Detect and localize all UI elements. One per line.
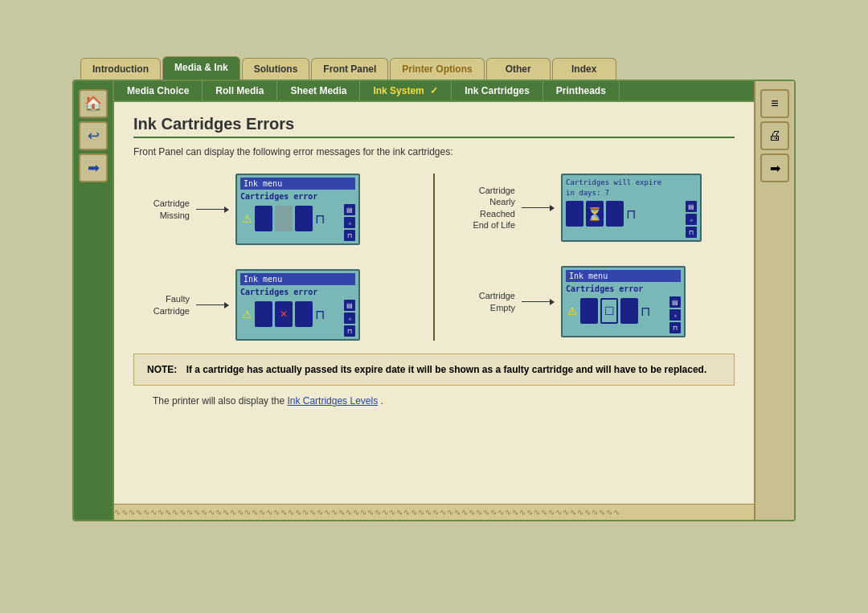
tab-front-panel[interactable]: Front Panel (311, 58, 388, 80)
cart-icon-3b: ☐ (600, 298, 618, 324)
content-inner: Ink Cartridges Errors Front Panel can di… (114, 102, 754, 504)
next-button[interactable]: ➡ (79, 153, 108, 182)
expire-cart-2: ⏳ (586, 201, 604, 227)
side-icon-3a: ▤ (669, 296, 681, 308)
expire-screen: Cartridges will expirein days: 7 ⏳ ⊓ (561, 174, 702, 242)
cart-icon-2a (255, 301, 272, 327)
screen-cursor-2: ⊓ (315, 307, 325, 322)
expire-side-3: ⊓ (686, 227, 697, 238)
screen-header-1: Ink menu (240, 178, 355, 190)
forward-button[interactable]: ➡ (760, 153, 789, 182)
footer-prefix: The printer will also display the (153, 395, 285, 407)
subnav-roll-media[interactable]: Roll Media (203, 81, 277, 100)
side-icons-1: ▤ ⬦ ⊓ (344, 204, 355, 241)
side-icon-2b: ⬦ (344, 313, 355, 324)
screen-icons-1: ⚠ ⊓ (240, 204, 342, 241)
expire-text: Cartridges will expirein days: 7 (566, 178, 697, 198)
subnav-sheet-media[interactable]: Sheet Media (277, 81, 360, 100)
faulty-cartridge-diagram: FaultyCartridge Ink menu Cartridges erro… (133, 269, 409, 341)
expire-cart-3 (606, 201, 624, 227)
tab-printer-options[interactable]: Printer Options (390, 58, 484, 80)
side-icon-3b: ⬦ (669, 309, 681, 321)
page-description: Front Panel can display the following er… (133, 146, 735, 157)
cartridge-expire-diagram: CartridgeNearlyReachedEnd of Life Cartri… (459, 174, 735, 242)
home-button[interactable]: 🏠 (79, 89, 108, 118)
empty-arrow (522, 299, 555, 305)
top-navigation: Introduction Media & Ink Solutions Front… (80, 56, 796, 80)
cartridge-empty-label: CartridgeEmpty (459, 290, 515, 313)
side-icon-3c: ⊓ (669, 322, 681, 333)
back-button[interactable]: ↩ (79, 121, 108, 150)
cart-icon-1c (295, 206, 313, 231)
cartridge-expire-label: CartridgeNearlyReachedEnd of Life (459, 185, 515, 231)
subnav-printheads[interactable]: Printheads (543, 81, 620, 100)
footer-suffix: . (380, 395, 383, 407)
print-button[interactable]: 🖨 (760, 121, 789, 150)
screen-title-2: Cartridges error (240, 288, 355, 296)
faulty-cartridge-label: FaultyCartridge (133, 293, 190, 317)
checkmark-icon: ✓ (430, 85, 438, 96)
note-bold-text: If a cartridge has actually passed its e… (186, 364, 707, 375)
expire-wrapper: ⏳ ⊓ ▤ ⬦ ⊓ (566, 201, 697, 238)
icon-row-3: ⚠ ☐ ⊓ (566, 296, 667, 325)
side-icon-1c: ⊓ (344, 230, 355, 241)
icon-row-2: ⚠ ✕ ⊓ (240, 300, 342, 329)
subnav-ink-cartridges[interactable]: Ink Cartridges (452, 81, 543, 100)
tab-other[interactable]: Other (486, 58, 551, 80)
missing-arrow (196, 206, 229, 213)
expire-arrow (522, 205, 555, 211)
side-icons-2: ▤ ⬦ ⊓ (344, 300, 355, 337)
warning-symbol-2: ⚠ (242, 308, 252, 321)
empty-screen: Ink menu Cartridges error ⚠ ☐ (561, 266, 686, 337)
sub-navigation: Media Choice Roll Media Sheet Media Ink … (114, 81, 754, 102)
missing-screen: Ink menu Cartridges error ⚠ (235, 174, 360, 245)
side-icon-2c: ⊓ (344, 325, 355, 337)
faulty-arrow (196, 302, 229, 309)
footer-text: The printer will also display the Ink Ca… (133, 395, 735, 419)
left-sidebar: 🏠 ↩ ➡ (74, 81, 114, 520)
diagrams-section: CartridgeMissing Ink menu Cartridges err… (133, 174, 735, 341)
cart-icon-2b: ✕ (275, 301, 293, 327)
tab-index[interactable]: Index (552, 58, 616, 80)
side-icon-2a: ▤ (344, 300, 355, 311)
main-area: 🏠 ↩ ➡ Media Choice Roll Media Sheet Medi… (72, 80, 796, 521)
expire-cursor: ⊓ (626, 206, 636, 222)
left-diagrams: CartridgeMissing Ink menu Cartridges err… (133, 174, 409, 341)
cartridge-missing-label: CartridgeMissing (133, 198, 190, 221)
screen-wrapper-1: ⚠ ⊓ ▤ ⬦ (240, 204, 355, 241)
screen-cursor-3: ⊓ (641, 304, 650, 319)
cart-icon-1a (255, 206, 272, 231)
screen-title-3: Cartridges error (566, 284, 681, 293)
cart-icon-3c (620, 298, 638, 324)
screen-header-3: Ink menu (566, 270, 681, 282)
subnav-media-choice[interactable]: Media Choice (114, 81, 203, 100)
vertical-divider (433, 174, 435, 341)
subnav-ink-system[interactable]: Ink System ✓ (360, 81, 452, 100)
side-icon-1a: ▤ (344, 204, 355, 215)
screen-icons-2: ⚠ ✕ ⊓ (240, 300, 342, 337)
note-label: NOTE: (147, 364, 177, 375)
tab-solutions[interactable]: Solutions (242, 58, 310, 80)
tab-introduction[interactable]: Introduction (80, 58, 161, 80)
screen-wrapper-3: ⚠ ☐ ⊓ ▤ ⬦ (566, 296, 681, 333)
warning-symbol-1: ⚠ (242, 212, 252, 225)
page-title: Ink Cartridges Errors (133, 115, 735, 138)
expire-icon-row: ⏳ ⊓ (566, 201, 683, 227)
tab-media-ink[interactable]: Media & Ink (162, 56, 240, 80)
cart-icon-2c (295, 301, 313, 327)
faulty-screen: Ink menu Cartridges error ⚠ ✕ (235, 269, 360, 341)
side-icons-3: ▤ ⬦ ⊓ (669, 296, 681, 333)
expire-icons-wrap: ⏳ ⊓ (566, 201, 683, 238)
cart-icon-3a (580, 298, 598, 324)
warning-symbol-3: ⚠ (567, 304, 578, 317)
list-button[interactable]: ≡ (760, 89, 789, 118)
ink-cartridges-levels-link[interactable]: Ink Cartridges Levels (287, 395, 378, 407)
right-diagrams: CartridgeNearlyReachedEnd of Life Cartri… (459, 174, 735, 341)
content-area: Media Choice Roll Media Sheet Media Ink … (114, 81, 754, 520)
expire-cart-1 (566, 201, 583, 227)
screen-title-1: Cartridges error (240, 192, 355, 201)
scroll-pattern: ∿∿∿∿∿∿∿∿∿∿∿∿∿∿∿∿∿∿∿∿∿∿∿∿∿∿∿∿∿∿∿∿∿∿∿∿∿∿∿∿… (114, 508, 620, 517)
note-section: NOTE: If a cartridge has actually passed… (133, 353, 735, 386)
cartridge-missing-diagram: CartridgeMissing Ink menu Cartridges err… (133, 174, 409, 245)
bottom-scroll: ∿∿∿∿∿∿∿∿∿∿∿∿∿∿∿∿∿∿∿∿∿∿∿∿∿∿∿∿∿∿∿∿∿∿∿∿∿∿∿∿… (114, 504, 754, 520)
